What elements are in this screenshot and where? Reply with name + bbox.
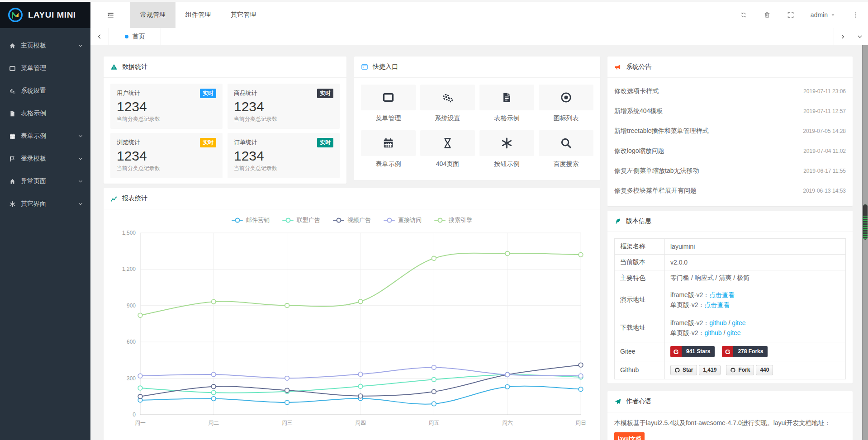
scrollbar-thumb[interactable] — [863, 204, 868, 240]
legend-label: 联盟广告 — [297, 216, 320, 224]
author-words-body: 本模板基于layui2.5.4以及font-awesome-4.7.0进行实现。… — [607, 412, 853, 440]
svg-text:周四: 周四 — [355, 420, 366, 426]
legend-item-4[interactable]: 搜索引擎 — [434, 216, 472, 224]
quick-entry-2[interactable]: 表格示例 — [479, 85, 534, 123]
tab-scroll-left-button[interactable] — [90, 28, 109, 45]
chevron-left-icon — [96, 33, 103, 40]
legend-item-3[interactable]: 直接访问 — [384, 216, 422, 224]
announcement-time: 2019-07-11 12:57 — [803, 108, 846, 114]
quick-entry-1[interactable]: 系统设置 — [420, 85, 475, 123]
top-header: 常规管理组件管理其它管理 admin — [90, 2, 868, 28]
legend-label: 搜索引擎 — [449, 216, 472, 224]
version-info-title: 版本信息 — [626, 217, 651, 225]
sidebar-item-6[interactable]: 异常页面 — [0, 170, 90, 193]
snow-icon — [479, 130, 534, 156]
stat-box-3: 订单统计实时1234当前分类总记录数 — [228, 133, 340, 178]
author-paragraph: 本模板基于layui2.5.4以及font-awesome-4.7.0进行实现。… — [614, 418, 846, 429]
quick-entry-3[interactable]: 图标列表 — [539, 85, 593, 123]
link-github[interactable]: github — [709, 319, 726, 326]
version-row-label: 演示地址 — [615, 286, 665, 314]
github-fork-badge[interactable]: Fork440 — [726, 365, 773, 375]
line-chart-icon — [110, 195, 118, 202]
legend-item-1[interactable]: 联盟广告 — [282, 216, 320, 224]
refresh-icon — [740, 11, 747, 19]
link-点击查看[interactable]: 点击查看 — [709, 291, 735, 298]
refresh-button[interactable] — [740, 11, 747, 19]
gitee-badge[interactable]: G278 Forks — [722, 346, 768, 357]
link-点击查看[interactable]: 点击查看 — [704, 301, 730, 308]
sidebar-item-7[interactable]: 其它界面 — [0, 193, 90, 215]
chart-legend: 邮件营销联盟广告视频广告直接访问搜索引擎 — [104, 209, 600, 226]
active-tab-dot — [125, 35, 128, 38]
link-gitee[interactable]: gitee — [727, 329, 740, 336]
legend-label: 邮件营销 — [246, 216, 270, 224]
link-github[interactable]: github — [704, 329, 721, 336]
quick-entry-5[interactable]: 404页面 — [420, 130, 475, 168]
layui-doc-badge[interactable]: layui文档 — [614, 432, 645, 440]
version-row: 框架名称layuimini — [615, 239, 846, 255]
paper-plane-icon — [614, 398, 621, 405]
version-row-value: iframe版-v2：github / gitee单页版-v2：github /… — [665, 314, 846, 342]
sidebar-item-label: 表格示例 — [21, 109, 46, 118]
legend-item-2[interactable]: 视频广告 — [333, 216, 371, 224]
announcement-row-4[interactable]: 修复左侧菜单缩放tab无法移动2019-06-17 11:55 — [614, 161, 846, 181]
version-row: GiteeG941 StarsG278 Forks — [615, 342, 846, 361]
page-tab-bar: 首页 — [90, 28, 868, 45]
sidebar-item-0[interactable]: 主页模板 — [0, 34, 90, 57]
quick-entry-0[interactable]: 菜单管理 — [361, 85, 416, 123]
more-menu-button[interactable] — [852, 11, 859, 19]
sidebar-item-5[interactable]: 登录模板 — [0, 147, 90, 170]
realtime-badge: 实时 — [200, 89, 216, 98]
version-row-label: Github — [615, 361, 665, 379]
announcement-text: 修改logo缩放问题 — [614, 147, 664, 155]
fullscreen-button[interactable] — [787, 11, 794, 19]
gitee-badge[interactable]: G941 Stars — [670, 346, 715, 357]
sidebar-item-1[interactable]: 菜单管理 — [0, 57, 90, 80]
sidebar-item-4[interactable]: 表单示例 — [0, 125, 90, 147]
quick-entry-7[interactable]: 百度搜索 — [539, 130, 593, 168]
chevron-down-icon — [78, 201, 83, 207]
tab-home[interactable]: 首页 — [109, 28, 161, 45]
stat-description: 当前分类总记录数 — [234, 115, 333, 123]
announcement-row-3[interactable]: 修改logo缩放问题2019-07-04 11:02 — [614, 141, 846, 161]
version-row-label: Gitee — [615, 342, 665, 361]
legend-item-0[interactable]: 邮件营销 — [232, 216, 270, 224]
data-statistics-header: 数据统计 — [104, 57, 346, 78]
announcement-row-0[interactable]: 修改选项卡样式2019-07-11 23:06 — [614, 81, 846, 101]
chevron-down-icon — [857, 33, 863, 40]
stat-label: 商品统计 — [234, 89, 257, 97]
announcement-text: 修改选项卡样式 — [614, 87, 659, 95]
github-star-badge[interactable]: Star1,419 — [670, 365, 721, 375]
tab-scroll-right-button[interactable] — [834, 28, 851, 45]
quick-entry-4[interactable]: 表单示例 — [361, 130, 416, 168]
clear-cache-button[interactable] — [764, 11, 771, 19]
header-tab-1[interactable]: 组件管理 — [175, 2, 221, 28]
header-tab-0[interactable]: 常规管理 — [130, 2, 175, 28]
stat-box-1: 商品统计实时1234当前分类总记录数 — [228, 84, 340, 129]
alert-triangle-icon — [110, 63, 118, 71]
report-statistics-card: 报表统计 邮件营销联盟广告视频广告直接访问搜索引擎 周一周二周三周四周五周六周日… — [104, 188, 600, 440]
fullscreen-icon — [787, 11, 794, 19]
report-statistics-header: 报表统计 — [104, 188, 600, 209]
legend-marker-icon — [384, 220, 395, 221]
link-gitee[interactable]: gitee — [732, 319, 745, 326]
page-scrollbar[interactable] — [862, 45, 868, 440]
file-icon — [479, 85, 534, 110]
announcement-row-5[interactable]: 修复多模块菜单栏展开有问题2019-06-13 14:53 — [614, 181, 846, 201]
layui-logo-icon — [7, 7, 24, 23]
user-dropdown[interactable]: admin — [811, 11, 835, 19]
announcement-row-2[interactable]: 新增treetable插件和菜单管理样式2019-07-05 14:28 — [614, 121, 846, 141]
menu-fold-button[interactable] — [90, 2, 130, 28]
gears-icon — [9, 88, 21, 95]
announcement-row-1[interactable]: 新增系统404模板2019-07-11 12:57 — [614, 101, 846, 121]
header-tab-2[interactable]: 其它管理 — [221, 2, 266, 28]
quick-entry-6[interactable]: 按钮示例 — [479, 130, 534, 168]
github-icon — [730, 367, 736, 373]
logo[interactable]: LAYUI MINI — [0, 2, 90, 28]
version-row-label: 主要特色 — [615, 270, 665, 286]
sidebar-item-3[interactable]: 表格示例 — [0, 102, 90, 125]
stat-description: 当前分类总记录数 — [117, 115, 216, 123]
tab-operations-button[interactable] — [851, 28, 868, 45]
gitee-g-icon: G — [670, 346, 682, 357]
sidebar-item-2[interactable]: 系统设置 — [0, 80, 90, 102]
